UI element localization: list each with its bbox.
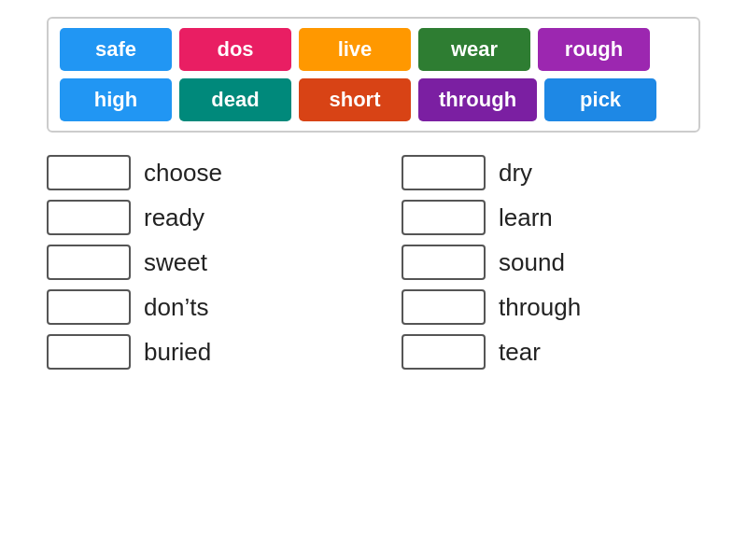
- match-label-tear: tear: [499, 338, 541, 367]
- answer-box-tear[interactable]: [402, 334, 486, 370]
- match-label-donts: don’ts: [144, 293, 208, 322]
- word-tile-high[interactable]: high: [60, 78, 172, 121]
- answer-box-learn[interactable]: [402, 200, 486, 235]
- match-row-right-1: learn: [402, 200, 700, 235]
- word-tile-through[interactable]: through: [418, 78, 537, 121]
- word-tile-dead[interactable]: dead: [179, 78, 291, 121]
- match-label-sweet: sweet: [144, 248, 207, 277]
- match-row-left-4: buried: [47, 334, 345, 370]
- match-row-left-0: choose: [47, 155, 345, 190]
- answer-box-choose[interactable]: [47, 155, 131, 190]
- match-label-ready: ready: [144, 203, 204, 232]
- answer-box-through2[interactable]: [402, 289, 486, 325]
- word-tile-pick[interactable]: pick: [544, 78, 656, 121]
- match-label-sound: sound: [499, 248, 565, 277]
- answer-box-sweet[interactable]: [47, 245, 131, 280]
- match-label-choose: choose: [144, 159, 222, 188]
- match-label-dry: dry: [499, 159, 532, 188]
- match-label-buried: buried: [144, 338, 211, 367]
- word-tile-safe[interactable]: safe: [60, 28, 172, 71]
- match-row-left-2: sweet: [47, 245, 345, 280]
- word-bank: safedoslivewearroughhighdeadshortthrough…: [47, 17, 700, 133]
- match-row-left-3: don’ts: [47, 289, 345, 325]
- word-tile-dos[interactable]: dos: [179, 28, 291, 71]
- word-tile-live[interactable]: live: [299, 28, 411, 71]
- answer-box-donts[interactable]: [47, 289, 131, 325]
- answer-box-buried[interactable]: [47, 334, 131, 370]
- match-area: choosedryreadylearnsweetsounddon’tsthrou…: [47, 155, 700, 370]
- match-row-right-0: dry: [402, 155, 700, 190]
- match-row-left-1: ready: [47, 200, 345, 235]
- answer-box-ready[interactable]: [47, 200, 131, 235]
- answer-box-dry[interactable]: [402, 155, 486, 190]
- match-row-right-2: sound: [402, 245, 700, 280]
- word-tile-rough[interactable]: rough: [538, 28, 650, 71]
- match-label-learn: learn: [499, 203, 553, 232]
- word-tile-wear[interactable]: wear: [418, 28, 530, 71]
- match-row-right-3: through: [402, 289, 700, 325]
- word-tile-short[interactable]: short: [299, 78, 411, 121]
- match-row-right-4: tear: [402, 334, 700, 370]
- match-label-through2: through: [499, 293, 581, 322]
- answer-box-sound[interactable]: [402, 245, 486, 280]
